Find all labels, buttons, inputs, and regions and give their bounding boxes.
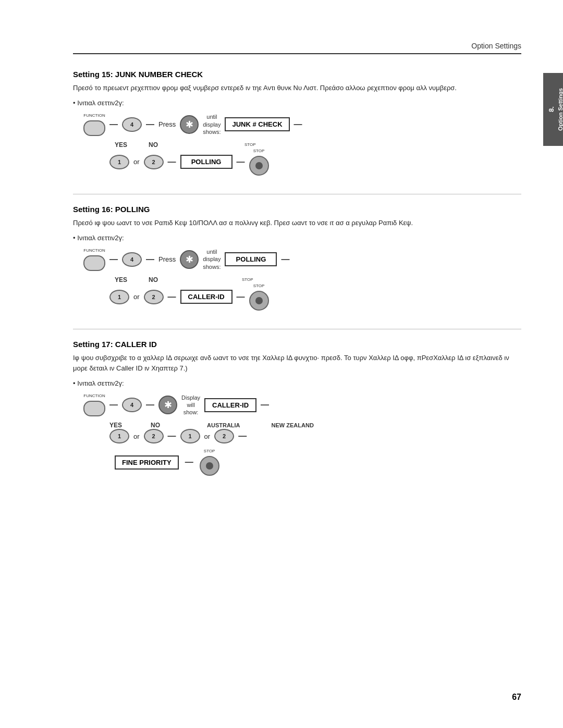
display-will-show-17: Display will show: <box>181 394 200 416</box>
australia-label-17: AUSTRALIA <box>207 422 240 428</box>
display17-fine: FINE PRIORITY <box>115 455 179 470</box>
page-header: Option Settings <box>73 42 521 54</box>
stop-button-16[interactable] <box>249 291 269 311</box>
arrow3-17: — <box>261 400 269 410</box>
yes-label-17: YES <box>109 422 122 429</box>
arrow1-15: — <box>109 120 118 129</box>
stop-label-15: STOP <box>244 142 256 147</box>
arrow3-15: — <box>294 120 302 129</box>
no-label-15: NO <box>149 141 158 149</box>
num4b-button-17[interactable]: 2 <box>214 429 234 443</box>
or-label2-17: or <box>204 433 211 440</box>
arrow3-16: — <box>281 255 289 264</box>
num1-button-16[interactable]: 1 <box>109 290 129 304</box>
no-label-16: NO <box>149 276 158 283</box>
header-title: Option Settings <box>471 42 521 50</box>
stop-label-16: STOP <box>242 277 253 282</box>
section16-initial: • Ινιτιαλ σεττιν2γ: <box>73 234 521 242</box>
num4-button-16[interactable]: 4 <box>122 252 142 267</box>
section16-row2: 1 or 2 — CALLER-ID — STOP <box>109 283 521 311</box>
section17-title: Setting 17: CALLER ID <box>73 340 521 349</box>
section16-row1: FUNCTION — 4 — Press ✱ until display sho… <box>83 248 521 271</box>
divider2 <box>73 329 521 329</box>
section-setting16: Setting 16: POLLING Πρεσό ιφ ψου ωαντ το… <box>73 205 521 311</box>
side-tab-label: Option Settings <box>557 88 563 131</box>
display15-polling: POLLING <box>180 155 232 169</box>
page-container: 8. Option Settings Option Settings Setti… <box>0 0 563 728</box>
function-button-17[interactable] <box>83 401 105 416</box>
num4-button-17[interactable]: 4 <box>122 398 142 412</box>
arrow1-17: — <box>109 400 118 410</box>
section15-row2: 1 or 2 — POLLING — STOP <box>109 149 521 176</box>
yes-label-15: YES <box>115 141 127 149</box>
arrow2-16: — <box>146 255 154 264</box>
section16-diagram: FUNCTION — 4 — Press ✱ until display sho… <box>83 248 521 311</box>
stop-button-15[interactable] <box>249 156 269 176</box>
num4-button-15[interactable]: 4 <box>122 117 142 132</box>
side-tab-number: 8. <box>547 107 555 113</box>
num3-button-17[interactable]: 1 <box>180 429 200 443</box>
until-label-15: until display shows: <box>203 113 221 135</box>
section17-row3: FINE PRIORITY — STOP <box>115 449 521 476</box>
num2-button-17[interactable]: 2 <box>144 429 164 443</box>
yes-label-16: YES <box>115 276 127 283</box>
section17-body: Ιφ ψου συβσχριβε το α χαλλερ ΙΔ σερωιχε … <box>73 353 521 375</box>
function-label-17: FUNCTION <box>83 393 105 398</box>
num1-button-15[interactable]: 1 <box>109 155 129 169</box>
display16-polling: POLLING <box>225 252 277 266</box>
section16-row2-labels: YES NO STOP <box>109 276 521 283</box>
section17-initial: • Ινιτιαλ σεττιν2γ: <box>73 379 521 387</box>
new-zealand-label-17: NEW ZEALAND <box>272 422 314 428</box>
num2-button-16[interactable]: 2 <box>144 290 164 304</box>
display17-callerid: CALLER-ID <box>204 398 256 412</box>
num2-button-15[interactable]: 2 <box>144 155 164 169</box>
section-setting15: Setting 15: JUNK NUMBER CHECK Πρεσό το π… <box>73 70 521 176</box>
arrow4-15: — <box>168 157 176 167</box>
section-setting17: Setting 17: CALLER ID Ιφ ψου συβσχριβε τ… <box>73 340 521 476</box>
no-label-17: NO <box>151 422 160 429</box>
until-label-16: until display shows: <box>203 248 221 270</box>
arrow5-15: — <box>237 157 245 167</box>
stop-button-17[interactable] <box>200 456 219 476</box>
or-label-15: or <box>133 158 140 166</box>
section15-diagram: FUNCTION — 4 — Press ✱ until display sho… <box>83 113 521 176</box>
side-tab: 8. Option Settings <box>543 73 563 146</box>
or-label1-17: or <box>133 433 140 440</box>
arrow5-16: — <box>237 292 245 302</box>
function-label-16: FUNCTION <box>83 248 105 253</box>
function-label-15: FUNCTION <box>83 113 105 118</box>
section16-body: Πρεσό ιφ ψου ωαντ το νσε Ραπιδ Κεψ 10/ΠΟ… <box>73 218 521 229</box>
section17-row1: FUNCTION — 4 — ✱ Display will show: CALL… <box>83 393 521 416</box>
section15-body: Πρεσό το πρεωεντ ρεχεπτιον φρομ φαξ νυμβ… <box>73 83 521 94</box>
section17-row2-labels: YES NO AUSTRALIA NEW ZEALAND <box>109 422 521 429</box>
display15-junk: JUNK # CHECK <box>225 117 289 131</box>
arrow2-17: — <box>146 400 154 410</box>
function-button-15[interactable] <box>83 120 105 136</box>
arrow4-17: — <box>168 431 176 441</box>
star-button-15[interactable]: ✱ <box>180 115 199 134</box>
display16-callerid: CALLER-ID <box>180 290 232 304</box>
arrow1-16: — <box>109 255 118 264</box>
section15-row2-labels: YES NO STOP <box>109 141 521 149</box>
press-label-15: Press <box>158 120 176 128</box>
press-label-16: Press <box>158 255 176 263</box>
num1-button-17[interactable]: 1 <box>109 429 129 443</box>
star-button-17[interactable]: ✱ <box>158 396 177 414</box>
section15-row1: FUNCTION — 4 — Press ✱ until display sho… <box>83 113 521 136</box>
stop-text-15: STOP <box>253 149 265 153</box>
section17-diagram: FUNCTION — 4 — ✱ Display will show: CALL… <box>83 393 521 476</box>
section15-title: Setting 15: JUNK NUMBER CHECK <box>73 70 521 79</box>
arrow4-16: — <box>168 292 176 302</box>
star-button-16[interactable]: ✱ <box>180 250 199 269</box>
divider1 <box>73 194 521 194</box>
function-button-16[interactable] <box>83 255 105 271</box>
arrow5-17: — <box>238 431 247 441</box>
section15-initial: • Ινιτιαλ σεττιν2γ: <box>73 99 521 107</box>
or-label-16: or <box>133 293 140 301</box>
page-number: 67 <box>512 693 521 702</box>
stop-text-16: STOP <box>253 283 265 288</box>
arrow6-17: — <box>185 458 193 467</box>
stop-text-17: STOP <box>204 449 215 453</box>
section16-title: Setting 16: POLLING <box>73 205 521 214</box>
arrow2-15: — <box>146 120 154 129</box>
